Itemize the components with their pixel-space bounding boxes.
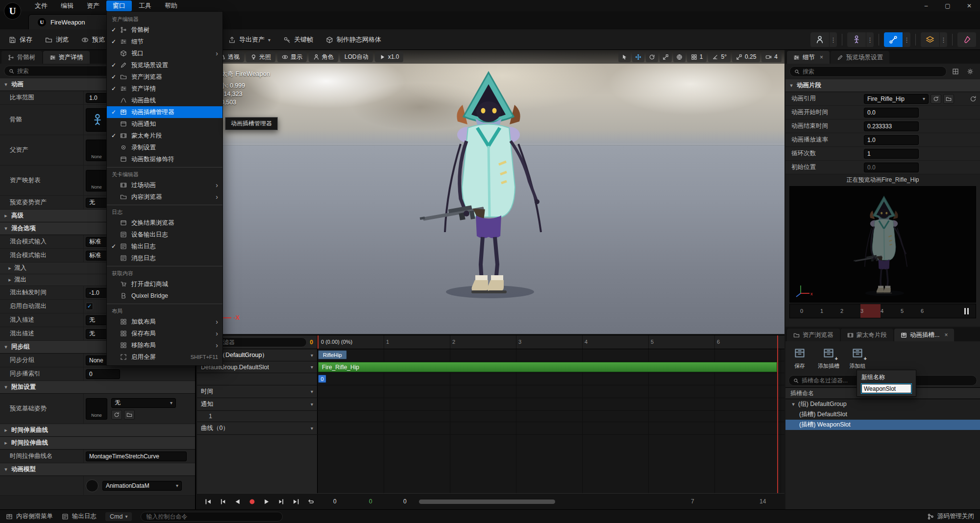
select-tool-button[interactable]	[618, 51, 631, 62]
menu-item-interchange-results[interactable]: 交换结果浏览器	[107, 217, 222, 229]
asset-tab-fireweapon[interactable]: U FireWeapon	[28, 14, 109, 29]
reset-to-default-button[interactable]	[966, 95, 980, 102]
statusbar-content-drawer-button[interactable]: 内容侧滑菜单	[6, 512, 53, 521]
preview-timeline[interactable]: 0123456	[789, 304, 976, 318]
montage-time-ruler[interactable]: 0 (0.00) (0%)123456	[318, 335, 784, 349]
menu-item-anim-curves[interactable]: 动画曲线	[107, 95, 222, 106]
viewport-camera-speed[interactable]: 4	[761, 51, 782, 62]
menu-item-output-log[interactable]: ✓输出日志	[107, 240, 222, 252]
details-searchbox[interactable]	[789, 66, 947, 77]
preview-scrub-block[interactable]	[860, 304, 881, 318]
time-stretch-curve-name-field[interactable]: MontageTimeStretchCurve	[86, 452, 187, 461]
viewport-character-button[interactable]: 角色	[309, 51, 338, 62]
console-inputbox[interactable]	[141, 512, 283, 522]
loop-count-field[interactable]: 1	[864, 149, 919, 159]
menu-item-skeleton-tree[interactable]: ✓骨骼树	[107, 24, 222, 36]
parent-asset-thumbnail[interactable]: None	[86, 140, 107, 161]
menu-item-marketplace[interactable]: 打开虚幻商城	[107, 278, 222, 290]
track-label-notify-track-1[interactable]: 1	[197, 411, 318, 422]
menubar-item-help[interactable]: 帮助	[158, 0, 184, 11]
play-reverse-button[interactable]	[232, 497, 243, 507]
toolbar-preview-mesh-button[interactable]	[810, 32, 829, 47]
previous-frame-button[interactable]	[218, 497, 228, 507]
toolbar-make-static-mesh-button[interactable]: 制作静态网格体	[321, 32, 386, 47]
toolbar-preview-animation-button[interactable]	[847, 32, 866, 47]
scale-tool-button[interactable]	[660, 51, 672, 62]
starting-position-field[interactable]: 0.0	[864, 163, 919, 172]
menu-item-cinematics[interactable]: 过场动画›	[107, 179, 222, 191]
toolbar-curves-brush-button[interactable]	[957, 32, 976, 47]
slot-manager-tab-asset-browser[interactable]: 资产浏览器	[787, 329, 840, 341]
menu-item-anim-notifies[interactable]: 动画通知	[107, 118, 222, 130]
viewport-grid-snap[interactable]: 1	[687, 51, 707, 62]
toolbar-preview-button[interactable]: 预览	[76, 32, 110, 47]
slot-manager-tab-montage-sections[interactable]: 蒙太奇片段	[841, 329, 894, 341]
add-slot-button[interactable]: +添加插槽	[816, 345, 841, 371]
menu-item-enable-fullscreen[interactable]: 启用全屏SHIFT+F11	[107, 351, 222, 363]
animation-preview-viewport[interactable]: x	[789, 186, 976, 303]
next-frame-button[interactable]	[276, 497, 287, 507]
menubar-item-file[interactable]: 文件	[28, 0, 54, 11]
preview-base-pose-select[interactable]: 无▾	[111, 398, 176, 408]
slot-tree-item-group-defaultgroup[interactable]: ▾(组) DefaultGroup	[785, 399, 980, 409]
viewport-show-button[interactable]: 显示	[277, 51, 307, 62]
toolbar-save-button[interactable]: 保存	[4, 32, 37, 47]
menu-item-load-layout[interactable]: 加载布局›	[107, 316, 222, 328]
menu-item-remove-layout[interactable]: 移除布局›	[107, 339, 222, 351]
track-label-curves[interactable]: 曲线（0）▾	[197, 422, 318, 434]
minimize-button[interactable]: –	[915, 0, 937, 11]
console-input[interactable]	[146, 513, 277, 520]
menu-item-save-layout[interactable]: 保存布局›	[107, 328, 222, 339]
skeleton-thumbnail[interactable]	[86, 108, 109, 132]
menubar-item-asset[interactable]: 资产	[80, 0, 106, 11]
viewport-playback-speed-button[interactable]: x1.0	[375, 51, 404, 62]
viewport[interactable]: 预览蒙太奇 FireWeapon屏幕大小: 0.999三角形: 14,323顶点…	[197, 50, 784, 334]
animation-data-model-select[interactable]: AnimationDataM▾	[102, 481, 182, 491]
settings-button[interactable]	[964, 66, 976, 77]
section-anim-segment[interactable]: ▾ 动画片段	[785, 79, 980, 92]
section-time-stretch-curve2[interactable]: ▸时间拉伸曲线	[0, 437, 195, 450]
close-tab-icon[interactable]: ×	[820, 54, 823, 61]
console-type-selector[interactable]: Cmd ▾	[105, 512, 132, 521]
viewport-rotation-snap[interactable]: 5°	[708, 51, 730, 62]
timeline-scrollbar[interactable]	[419, 499, 555, 504]
jump-to-end-button[interactable]	[291, 497, 301, 507]
details-tab-preview-scene-settings[interactable]: 预览场景设置	[831, 51, 889, 64]
menu-item-record-settings[interactable]: 录制设置	[107, 142, 222, 153]
menu-item-asset-browser[interactable]: ✓资产浏览器	[107, 71, 222, 83]
left-panel-tab-skeleton-tree[interactable]: 骨骼树	[1, 51, 42, 64]
anim-start-time-field[interactable]: 0.0	[864, 108, 919, 118]
character-model[interactable]	[417, 71, 560, 306]
track-label-timing[interactable]: 时间▾	[197, 385, 318, 398]
jump-to-start-button[interactable]	[203, 497, 213, 507]
montage-segment[interactable]: Fire_Rifle_Hip	[318, 362, 777, 372]
section-animation-model[interactable]: ▾动画模型	[0, 463, 195, 476]
unreal-logo[interactable]: U	[4, 2, 21, 20]
statusbar-output-log-button[interactable]: 输出日志	[62, 512, 97, 521]
save-slots-button[interactable]: 保存	[789, 345, 810, 371]
slot-manager-tab-anim-slot-manager[interactable]: 动画插槽...×	[894, 329, 954, 341]
details-tab-details[interactable]: 细节×	[787, 51, 830, 64]
menubar-item-edit[interactable]: 编辑	[54, 0, 80, 11]
column-view-button[interactable]	[950, 66, 961, 77]
anim-reference-combo[interactable]: Fire_Rifle_Hip▾	[864, 94, 929, 104]
menu-item-anim-data-modifiers[interactable]: 动画数据修饰符	[107, 153, 222, 165]
toolbar-preview-animation-menu-button[interactable]: ⋮	[866, 32, 874, 47]
anim-play-rate-field[interactable]: 1.0	[864, 135, 919, 145]
toolbar-sections-button[interactable]	[921, 32, 939, 47]
use-selected-asset-button[interactable]	[111, 410, 122, 420]
preview-base-pose-thumbnail[interactable]: None	[86, 398, 107, 420]
viewport-lit-button[interactable]: 光照	[246, 51, 275, 62]
track-label-notifies[interactable]: 通知▾	[197, 398, 318, 410]
menu-item-message-log[interactable]: 消息日志	[107, 252, 222, 264]
move-tool-button[interactable]	[632, 51, 644, 62]
montage-section-tag[interactable]: RifleHip	[318, 350, 347, 359]
maximize-button[interactable]: ▢	[937, 0, 958, 11]
toolbar-browse-button[interactable]: 浏览	[40, 32, 74, 47]
menubar-item-tools[interactable]: 工具	[132, 0, 158, 11]
section-time-stretch-curve[interactable]: ▸时间伸展曲线	[0, 424, 195, 437]
animation-data-model-thumbnail[interactable]	[86, 479, 98, 492]
close-button[interactable]: ✕	[958, 0, 980, 11]
menu-item-device-output-log[interactable]: 设备输出日志	[107, 229, 222, 240]
menubar-item-window[interactable]: 窗口	[106, 0, 132, 11]
